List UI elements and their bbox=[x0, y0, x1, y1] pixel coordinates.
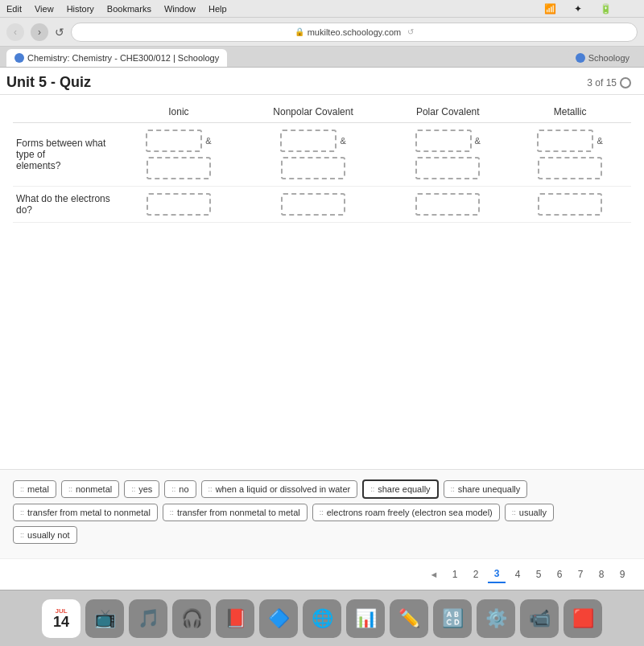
menu-bookmarks[interactable]: Bookmarks bbox=[107, 4, 151, 14]
back-button[interactable]: ‹ bbox=[6, 23, 24, 41]
token-2[interactable]: ::nonmetal bbox=[61, 480, 119, 498]
cell-ionic-electrons bbox=[118, 187, 240, 223]
drop-ionic-electrons[interactable] bbox=[147, 193, 211, 216]
dock-item-11[interactable]: 🟥 bbox=[564, 599, 602, 638]
token-11[interactable]: ::usually bbox=[505, 504, 554, 521]
token-label: when a liquid or dissolved in water bbox=[216, 484, 351, 494]
page-btn-7[interactable]: 7 bbox=[572, 566, 589, 583]
token-drag-icon: :: bbox=[20, 508, 24, 516]
col-header-ionic: Ionic bbox=[118, 101, 240, 123]
refresh-icon: ↺ bbox=[407, 27, 414, 36]
page-btn-6[interactable]: 6 bbox=[551, 566, 568, 583]
quiz-area: Ionic Nonpolar Covalent Polar Covalent M… bbox=[0, 95, 644, 469]
bluetooth-icon: ✦ bbox=[574, 3, 582, 14]
active-tab[interactable]: Chemistry: Chemistry - CHE300/012 | Scho… bbox=[6, 49, 227, 67]
token-label: no bbox=[179, 484, 188, 494]
pagination: ◄123456789 bbox=[0, 558, 644, 590]
token-5[interactable]: ::when a liquid or dissolved in water bbox=[201, 480, 358, 498]
menu-edit[interactable]: Edit bbox=[6, 4, 22, 14]
token-drag-icon: :: bbox=[170, 508, 174, 516]
token-label: transfer from nonmetal to metal bbox=[177, 508, 300, 517]
battery-icon: 🔋 bbox=[600, 3, 612, 14]
drop-nonpolar-top1[interactable] bbox=[280, 130, 336, 152]
dock-item-3[interactable]: 📕 bbox=[216, 599, 254, 638]
token-10[interactable]: ::electrons roam freely (electron sea mo… bbox=[312, 504, 500, 521]
dock-item-7[interactable]: ✏️ bbox=[390, 599, 428, 638]
drop-metallic-electrons[interactable] bbox=[538, 193, 602, 216]
prev-page-button[interactable]: ◄ bbox=[425, 566, 443, 583]
row-label-elements: Forms between what type ofelements? bbox=[13, 123, 118, 187]
menu-help[interactable]: Help bbox=[208, 4, 227, 14]
dock-item-4[interactable]: 🔷 bbox=[259, 599, 298, 638]
drop-metallic-bottom1[interactable] bbox=[538, 157, 602, 179]
dock-date-num: 14 bbox=[53, 615, 69, 629]
dock-item-0[interactable]: 📺 bbox=[85, 599, 124, 638]
address-bar[interactable]: 🔒 mukilteo.schoology.com ↺ bbox=[71, 23, 638, 42]
drop-polar-bottom1[interactable] bbox=[415, 157, 480, 179]
token-row-2: ::transfer from metal to nonmetal::trans… bbox=[13, 504, 631, 521]
drop-polar-top1[interactable] bbox=[415, 130, 472, 152]
tab-label: Chemistry: Chemistry - CHE300/012 | Scho… bbox=[27, 53, 219, 63]
page-btn-1[interactable]: 1 bbox=[446, 566, 464, 583]
token-8[interactable]: ::transfer from metal to nonmetal bbox=[13, 504, 158, 521]
page-header: Unit 5 - Quiz 3 of 15 bbox=[0, 68, 644, 95]
lock-icon: 🔒 bbox=[295, 27, 304, 36]
token-label: nonmetal bbox=[76, 484, 112, 494]
page-btn-4[interactable]: 4 bbox=[509, 566, 526, 583]
dock-item-6[interactable]: 📊 bbox=[346, 599, 385, 638]
token-label: electrons roam freely (electron sea mode… bbox=[327, 508, 493, 517]
menu-window[interactable]: Window bbox=[164, 4, 196, 14]
dock-items: 📺🎵🎧📕🔷🌐📊✏️🔠⚙️📹🟥 bbox=[85, 599, 602, 638]
page-btn-2[interactable]: 2 bbox=[467, 566, 485, 583]
page-btn-9[interactable]: 9 bbox=[613, 566, 631, 583]
reload-icon[interactable]: ↺ bbox=[55, 26, 64, 39]
drop-ionic-top1[interactable] bbox=[146, 130, 202, 152]
dock-item-5[interactable]: 🌐 bbox=[303, 599, 341, 638]
cell-metallic-elements: & bbox=[509, 123, 631, 187]
token-1[interactable]: ::metal bbox=[13, 480, 56, 498]
col-header-blank bbox=[13, 101, 118, 123]
dock-item-10[interactable]: 📹 bbox=[520, 599, 559, 638]
toolbar: ‹ › ↺ 🔒 mukilteo.schoology.com ↺ bbox=[0, 18, 644, 47]
dock-item-1[interactable]: 🎵 bbox=[129, 599, 167, 638]
drop-nonpolar-bottom1[interactable] bbox=[281, 157, 345, 179]
menu-view[interactable]: View bbox=[35, 4, 54, 14]
token-3[interactable]: ::yes bbox=[124, 480, 159, 498]
drop-ionic-bottom1[interactable] bbox=[147, 157, 211, 179]
token-drag-icon: :: bbox=[370, 485, 374, 493]
progress-text: 3 of 15 bbox=[587, 77, 617, 88]
schoology-favicon bbox=[576, 53, 585, 63]
dock-item-2[interactable]: 🎧 bbox=[172, 599, 211, 638]
page-title: Unit 5 - Quiz bbox=[6, 74, 91, 91]
drop-polar-electrons[interactable] bbox=[415, 193, 480, 216]
token-drag-icon: :: bbox=[68, 485, 72, 493]
schoology-tab-label: Schoology bbox=[588, 53, 630, 63]
forward-button[interactable]: › bbox=[31, 23, 48, 41]
row-label-electrons: What do the electrons do? bbox=[13, 187, 118, 223]
ampersand-ionic: & bbox=[205, 136, 211, 146]
tab-favicon bbox=[14, 53, 24, 63]
schoology-tab[interactable]: Schoology bbox=[568, 49, 638, 67]
token-7[interactable]: ::share unequally bbox=[444, 480, 528, 498]
token-4[interactable]: ::no bbox=[164, 480, 196, 498]
token-6[interactable]: ::share equally bbox=[362, 479, 438, 499]
token-9[interactable]: ::transfer from nonmetal to metal bbox=[163, 504, 308, 521]
tab-bar: Chemistry: Chemistry - CHE300/012 | Scho… bbox=[0, 47, 644, 68]
page-content: Unit 5 - Quiz 3 of 15 Ionic Nonpolar Cov… bbox=[0, 68, 644, 590]
token-drag-icon: :: bbox=[208, 485, 213, 493]
drop-metallic-top1[interactable] bbox=[537, 130, 593, 152]
browser-frame: Edit View History Bookmarks Window Help … bbox=[0, 0, 644, 646]
token-drag-icon: :: bbox=[512, 508, 516, 516]
token-label: transfer from metal to nonmetal bbox=[27, 508, 151, 517]
page-btn-5[interactable]: 5 bbox=[530, 566, 547, 583]
menu-history[interactable]: History bbox=[67, 4, 94, 14]
dock-item-9[interactable]: ⚙️ bbox=[477, 599, 515, 638]
drop-nonpolar-electrons[interactable] bbox=[281, 193, 345, 216]
cell-ionic-elements: & bbox=[118, 123, 240, 187]
url-text: mukilteo.schoology.com bbox=[308, 27, 402, 37]
page-btn-8[interactable]: 8 bbox=[592, 566, 610, 583]
page-btn-3[interactable]: 3 bbox=[488, 566, 506, 583]
token-12[interactable]: ::usually not bbox=[13, 526, 77, 544]
dock-item-8[interactable]: 🔠 bbox=[433, 599, 472, 638]
token-label: share unequally bbox=[458, 484, 521, 494]
